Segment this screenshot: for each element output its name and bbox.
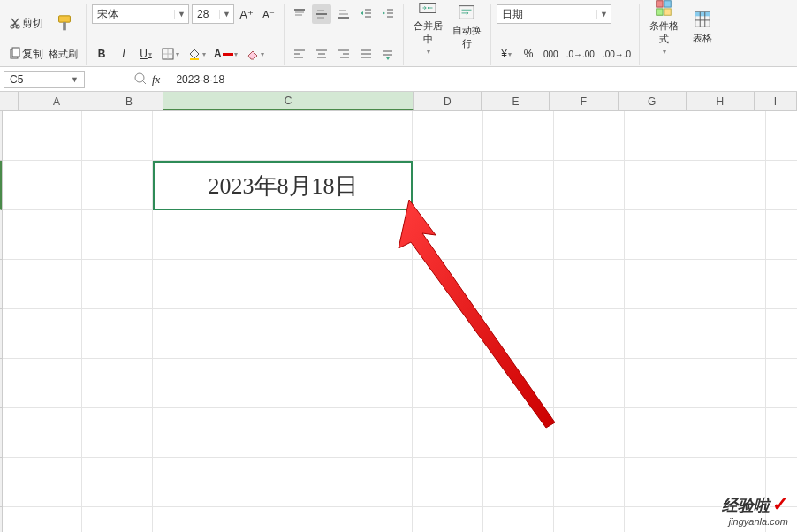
wrap-icon [456, 3, 477, 22]
spreadsheet-grid: A B C D E F G H I [0, 92, 797, 532]
row-header[interactable] [0, 458, 2, 507]
font-size-combo[interactable]: 28 ▼ [192, 4, 234, 24]
fx-icon[interactable]: fx [152, 72, 160, 87]
decrease-indent-button[interactable] [356, 4, 376, 24]
fill-color-button[interactable]: ▾ [185, 44, 209, 64]
watermark: 经验啦 ✓ jingyanla.com [722, 493, 788, 527]
svg-rect-44 [695, 11, 710, 16]
align-center-button[interactable] [312, 44, 331, 64]
col-header-d[interactable]: D [414, 92, 482, 110]
font-size-value: 28 [193, 8, 219, 20]
svg-rect-1 [63, 22, 66, 30]
svg-rect-40 [664, 0, 671, 6]
increase-font-icon: A⁺ [239, 8, 254, 21]
bold-button[interactable]: B [92, 44, 111, 64]
justify-button[interactable] [356, 44, 376, 64]
selected-cell[interactable]: 2023年8月18日 [153, 161, 413, 210]
col-header-e[interactable]: E [482, 92, 550, 110]
cut-button[interactable]: 剪切 [5, 14, 46, 34]
align-top-icon [292, 7, 307, 21]
name-box[interactable]: C5 ▼ [4, 71, 85, 88]
decrease-font-button[interactable]: A⁻ [259, 4, 278, 24]
row-header[interactable] [0, 359, 2, 408]
wrap-text-button[interactable]: 自动换行 [448, 4, 485, 49]
increase-font-button[interactable]: A⁺ [237, 4, 256, 24]
col-header-c[interactable]: C [163, 92, 414, 110]
col-header-g[interactable]: G [619, 92, 687, 110]
underline-button[interactable]: U▾ [136, 44, 156, 64]
col-header-b[interactable]: B [95, 92, 163, 110]
clear-format-button[interactable]: ▾ [243, 44, 267, 64]
col-header-h[interactable]: H [687, 92, 755, 110]
row-header[interactable] [0, 408, 2, 458]
column-headers: A B C D E F G H I [0, 92, 797, 111]
orientation-icon [381, 47, 395, 61]
row-header[interactable] [0, 111, 2, 161]
number-group: 日期 ▼ ¥▾ % 000 .0→.00 .00→.0 [491, 4, 640, 65]
italic-button[interactable]: I [114, 44, 133, 64]
indent-icon [381, 7, 395, 21]
align-middle-icon [315, 7, 329, 21]
fx-tools: fx [88, 71, 169, 87]
row-header[interactable] [0, 507, 2, 532]
bucket-icon [187, 47, 201, 61]
svg-rect-38 [459, 6, 474, 19]
align-middle-button[interactable] [312, 4, 331, 24]
row-header[interactable] [0, 210, 2, 260]
conditional-format-icon [653, 0, 674, 18]
col-header-f[interactable]: F [550, 92, 618, 110]
font-color-icon: A [214, 48, 222, 60]
formula-input[interactable]: 2023-8-18 [169, 73, 797, 86]
row-header[interactable] [0, 260, 2, 309]
align-bottom-button[interactable] [334, 4, 353, 24]
clipboard-group: 剪切 复制 格式刷 [0, 4, 87, 65]
increase-indent-button[interactable] [378, 4, 398, 24]
format-painter-label: 格式刷 [49, 48, 78, 61]
align-right-button[interactable] [334, 44, 353, 64]
select-all-corner[interactable] [0, 92, 19, 110]
align-right-icon [337, 47, 351, 61]
watermark-title: 经验啦 [722, 497, 770, 514]
percent-button[interactable]: % [519, 44, 538, 64]
formula-bar-row: C5 ▼ fx 2023-8-18 [0, 67, 797, 92]
font-color-button[interactable]: A ▾ [211, 44, 240, 64]
merge-center-button[interactable]: 合并居中▾ [409, 4, 446, 49]
svg-rect-39 [657, 0, 663, 6]
svg-rect-42 [664, 8, 671, 14]
cell-style-button[interactable]: 表格 [684, 4, 721, 49]
align-top-button[interactable] [290, 4, 309, 24]
borders-icon [161, 47, 175, 61]
orientation-button[interactable] [378, 44, 398, 64]
cells-area[interactable]: 2023年8月18日 [3, 111, 797, 532]
align-center-icon [315, 47, 329, 61]
row-header[interactable] [0, 161, 2, 210]
table-style-icon [692, 9, 713, 30]
justify-icon [359, 47, 373, 61]
col-header-i[interactable]: I [755, 92, 797, 110]
font-name-combo[interactable]: 宋体 ▼ [92, 4, 189, 24]
number-format-combo[interactable]: 日期 ▼ [497, 4, 611, 24]
fill-handle[interactable] [408, 206, 414, 211]
merge-group: 合并居中▾ 自动换行 [404, 4, 491, 65]
decrease-decimal-button[interactable]: .00→.0 [600, 44, 634, 64]
conditional-format-button[interactable]: 条件格式▾ [645, 4, 682, 49]
copy-button[interactable]: 复制 [5, 44, 46, 64]
name-box-value: C5 [10, 73, 23, 86]
col-header-a[interactable]: A [19, 92, 95, 110]
borders-button[interactable]: ▾ [158, 44, 182, 64]
svg-rect-41 [657, 8, 663, 14]
row-header[interactable] [0, 309, 2, 359]
align-left-button[interactable] [290, 44, 309, 64]
chevron-down-icon: ▼ [174, 10, 188, 19]
trace-icon[interactable] [133, 71, 147, 87]
svg-line-49 [142, 80, 146, 84]
number-format-value: 日期 [497, 7, 596, 22]
currency-button[interactable]: ¥▾ [497, 44, 516, 64]
format-painter-button[interactable] [49, 1, 80, 47]
comma-button[interactable]: 000 [541, 44, 561, 64]
watermark-url: jingyanla.com [722, 516, 788, 527]
increase-decimal-button[interactable]: .0→.00 [564, 44, 597, 64]
cell-style-label: 表格 [693, 32, 712, 45]
svg-rect-0 [59, 15, 71, 21]
merge-icon [417, 0, 438, 18]
